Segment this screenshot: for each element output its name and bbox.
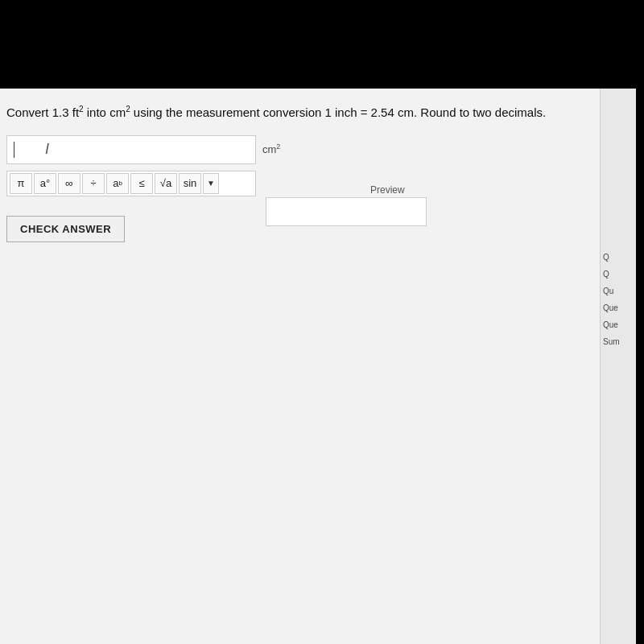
- sin-button[interactable]: sin: [179, 173, 201, 194]
- answer-input-box[interactable]: I: [6, 135, 256, 164]
- sidebar-item-1[interactable]: Q: [601, 266, 636, 282]
- pi-button[interactable]: π: [10, 173, 32, 194]
- divide-button[interactable]: ÷: [82, 173, 105, 194]
- preview-label: Preview: [370, 184, 405, 196]
- check-answer-button[interactable]: CHECK ANSWER: [6, 216, 125, 242]
- power-button[interactable]: ab: [106, 173, 129, 194]
- toolbar-more-button[interactable]: ▼: [203, 173, 219, 194]
- leq-button[interactable]: ≤: [130, 173, 153, 194]
- text-cursor: [14, 142, 14, 158]
- answer-input-row: I cm2: [6, 135, 595, 164]
- sidebar-item-4[interactable]: Que: [601, 317, 636, 332]
- preview-box: [266, 197, 427, 226]
- degree-button[interactable]: a°: [34, 173, 56, 194]
- unit-label: cm2: [262, 142, 280, 155]
- sidebar-item-2[interactable]: Qu: [601, 283, 636, 299]
- sidebar-item-3[interactable]: Que: [601, 300, 636, 316]
- sidebar-item-5[interactable]: Sum: [601, 334, 636, 349]
- cursor-i-icon: I: [45, 141, 49, 158]
- sqrt-button[interactable]: √a: [155, 173, 177, 194]
- sidebar-item-0[interactable]: Q: [601, 250, 636, 265]
- right-sidebar: Q Q Qu Que Que Sum: [600, 89, 636, 644]
- infinity-button[interactable]: ∞: [58, 173, 80, 194]
- question-text: Convert 1.3 ft2 into cm2 using the measu…: [6, 103, 595, 122]
- math-toolbar: π a° ∞ ÷ ab ≤ √a sin ▼: [6, 171, 256, 196]
